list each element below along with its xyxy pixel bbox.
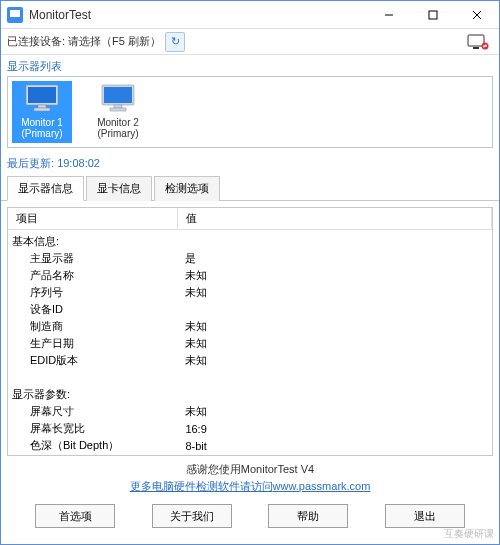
prop-value: 未知 bbox=[177, 335, 491, 352]
table-row[interactable]: 设备ID bbox=[8, 301, 492, 318]
footer-thanks: 感谢您使用MonitorTest V4 bbox=[7, 456, 493, 479]
monitor-item-0[interactable]: Monitor 1(Primary) bbox=[12, 81, 72, 143]
table-row[interactable]: 主显示器是 bbox=[8, 250, 492, 267]
table-row[interactable]: 屏幕长宽比16:9 bbox=[8, 420, 492, 437]
minimize-icon bbox=[384, 10, 394, 20]
refresh-icon: ↻ bbox=[171, 35, 180, 48]
toolbar: 已连接设备: 请选择（F5 刷新） ↻ bbox=[1, 29, 499, 55]
table-row[interactable]: 制造商未知 bbox=[8, 318, 492, 335]
about-button[interactable]: 关于我们 bbox=[152, 504, 232, 528]
prop-name: EDID版本 bbox=[8, 352, 177, 369]
svg-rect-4 bbox=[468, 35, 484, 46]
table-row[interactable]: 色深（Bit Depth）8-bit bbox=[8, 437, 492, 454]
col-item[interactable]: 项目 bbox=[8, 208, 177, 230]
footer-link[interactable]: 更多电脑硬件检测软件请访问www.passmark.com bbox=[7, 479, 493, 500]
minimize-button[interactable] bbox=[367, 1, 411, 29]
prop-name: 主显示器 bbox=[8, 250, 177, 267]
footer-link-prefix: 更多电脑硬件检测软件请访问 bbox=[130, 480, 273, 492]
prop-name: 产品名称 bbox=[8, 267, 177, 284]
footer-link-url: www.passmark.com bbox=[273, 480, 371, 492]
tab-bar: 显示器信息显卡信息检测选项 bbox=[1, 175, 499, 201]
app-icon bbox=[7, 7, 23, 23]
prop-value: 未知 bbox=[177, 267, 491, 284]
prop-name: 设备ID bbox=[8, 301, 177, 318]
prop-value bbox=[177, 301, 491, 318]
svg-rect-14 bbox=[104, 87, 132, 103]
window-title: MonitorTest bbox=[29, 8, 367, 22]
prop-value: 未知 bbox=[177, 318, 491, 335]
table-row[interactable]: 生产日期未知 bbox=[8, 335, 492, 352]
monitor-name: Monitor 2 bbox=[90, 117, 146, 128]
prop-value: 16:9 bbox=[177, 420, 491, 437]
svg-rect-16 bbox=[110, 108, 126, 111]
svg-rect-10 bbox=[28, 87, 56, 103]
last-update-time: 19:08:02 bbox=[57, 157, 100, 169]
prop-name: 色深（Bit Depth） bbox=[8, 437, 177, 454]
col-value[interactable]: 值 bbox=[177, 208, 491, 230]
button-row: 首选项 关于我们 帮助 退出 bbox=[7, 500, 493, 538]
svg-rect-11 bbox=[38, 105, 46, 108]
prop-name: 屏幕尺寸 bbox=[8, 403, 177, 420]
prop-value: 未知 bbox=[177, 352, 491, 369]
monitor-item-1[interactable]: Monitor 2(Primary) bbox=[88, 81, 148, 143]
monitor-list-area: 显示器列表 Monitor 1(Primary)Monitor 2(Primar… bbox=[1, 55, 499, 154]
help-button[interactable]: 帮助 bbox=[268, 504, 348, 528]
monitor-status-icon bbox=[467, 34, 489, 50]
prop-name: 序列号 bbox=[8, 284, 177, 301]
prefs-button[interactable]: 首选项 bbox=[35, 504, 115, 528]
exit-button[interactable]: 退出 bbox=[385, 504, 465, 528]
prop-value: 8-bit bbox=[177, 437, 491, 454]
maximize-button[interactable] bbox=[411, 1, 455, 29]
monitor-icon bbox=[24, 83, 60, 113]
table-row[interactable]: 产品名称未知 bbox=[8, 267, 492, 284]
monitor-icon bbox=[100, 83, 136, 113]
prop-value: 是 bbox=[177, 250, 491, 267]
window-controls bbox=[367, 1, 499, 29]
table-row[interactable]: 序列号未知 bbox=[8, 284, 492, 301]
section-header: 显示器参数: bbox=[8, 383, 177, 403]
info-table: 项目 值 基本信息:主显示器是产品名称未知序列号未知设备ID制造商未知生产日期未… bbox=[8, 208, 492, 456]
prop-value: Standard Dynamic Range (SDR) bbox=[177, 454, 491, 456]
prop-name: 色彩空间（Color Space） bbox=[8, 454, 177, 456]
content-area: 项目 值 基本信息:主显示器是产品名称未知序列号未知设备ID制造商未知生产日期未… bbox=[1, 201, 499, 544]
refresh-button[interactable]: ↻ bbox=[165, 32, 185, 52]
last-update-label: 最后更新: bbox=[7, 157, 54, 169]
prop-name: 屏幕长宽比 bbox=[8, 420, 177, 437]
svg-rect-5 bbox=[473, 47, 479, 49]
titlebar: MonitorTest bbox=[1, 1, 499, 29]
table-row[interactable]: 色彩空间（Color Space）Standard Dynamic Range … bbox=[8, 454, 492, 456]
monitor-sub: (Primary) bbox=[14, 128, 70, 139]
prop-name: 生产日期 bbox=[8, 335, 177, 352]
connected-device-label: 已连接设备: 请选择（F5 刷新） bbox=[7, 34, 161, 49]
close-button[interactable] bbox=[455, 1, 499, 29]
monitor-sub: (Primary) bbox=[90, 128, 146, 139]
svg-rect-15 bbox=[114, 105, 122, 108]
tab-0[interactable]: 显示器信息 bbox=[7, 176, 84, 201]
prop-value: 未知 bbox=[177, 284, 491, 301]
table-row[interactable]: EDID版本未知 bbox=[8, 352, 492, 369]
section-header: 基本信息: bbox=[8, 230, 177, 251]
tab-1[interactable]: 显卡信息 bbox=[86, 176, 152, 201]
prop-value: 未知 bbox=[177, 403, 491, 420]
table-row[interactable]: 屏幕尺寸未知 bbox=[8, 403, 492, 420]
svg-rect-1 bbox=[429, 11, 437, 19]
prop-name: 制造商 bbox=[8, 318, 177, 335]
monitor-list-label: 显示器列表 bbox=[7, 59, 493, 74]
main-window: MonitorTest 已连接设备: 请选择（F5 刷新） ↻ 显示器列表 Mo… bbox=[0, 0, 500, 545]
monitor-list-box: Monitor 1(Primary)Monitor 2(Primary) bbox=[7, 76, 493, 148]
tab-2[interactable]: 检测选项 bbox=[154, 176, 220, 201]
info-table-wrap[interactable]: 项目 值 基本信息:主显示器是产品名称未知序列号未知设备ID制造商未知生产日期未… bbox=[7, 207, 493, 456]
svg-rect-12 bbox=[34, 108, 50, 111]
close-icon bbox=[472, 10, 482, 20]
last-update: 最后更新: 19:08:02 bbox=[1, 154, 499, 175]
maximize-icon bbox=[428, 10, 438, 20]
monitor-name: Monitor 1 bbox=[14, 117, 70, 128]
